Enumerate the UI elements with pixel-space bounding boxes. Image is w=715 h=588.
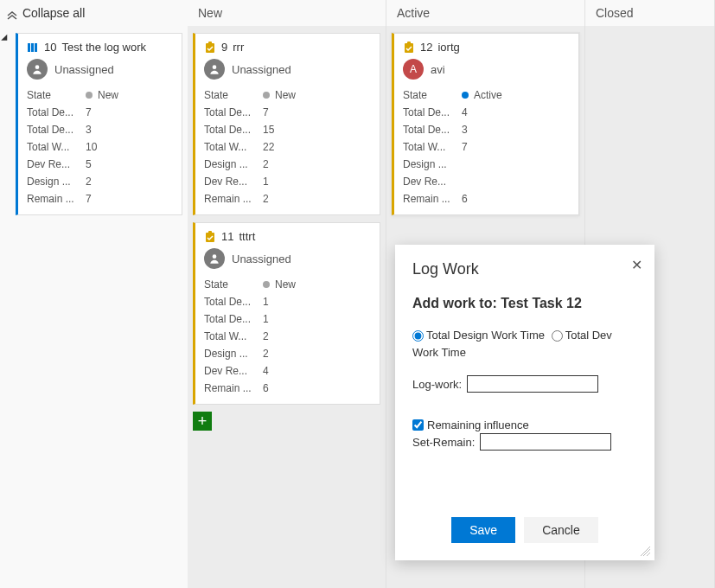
svg-rect-11 — [407, 42, 411, 44]
collapse-icon — [7, 1, 17, 27]
card-title: Test the log work — [61, 41, 146, 54]
avatar-icon — [27, 59, 48, 80]
setremain-label: Set-Remain: — [412, 436, 475, 449]
avatar-icon — [204, 59, 225, 80]
collapse-all[interactable]: Collapse all — [0, 0, 188, 26]
radio-design[interactable]: Total Design Work Time — [412, 329, 545, 342]
svg-point-3 — [35, 65, 40, 69]
add-card-button[interactable]: + — [193, 412, 212, 431]
svg-rect-5 — [208, 42, 212, 44]
collapse-all-label: Collapse all — [22, 6, 85, 20]
swimlane-toggle[interactable] — [1, 35, 10, 44]
svg-point-9 — [213, 254, 217, 259]
work-item-card[interactable]: 11 tttrt Unassigned StateNew Total De...… — [193, 222, 380, 405]
task-icon — [403, 42, 415, 54]
save-button[interactable]: Save — [451, 517, 515, 543]
backlog-column: Collapse all 10 Test the log work Unassi… — [0, 0, 188, 588]
column-new: New 9 rrr Unassigned StateNew Total De..… — [188, 0, 386, 588]
task-icon — [204, 42, 216, 54]
svg-point-6 — [213, 65, 217, 69]
svg-rect-2 — [35, 43, 37, 52]
dialog-subtitle: Add work to: Test Task 12 — [412, 296, 637, 311]
cancel-button[interactable]: Cancle — [524, 517, 598, 543]
assigned-to[interactable]: Unassigned — [204, 248, 371, 269]
work-item-card[interactable]: 10 Test the log work Unassigned StateNew… — [16, 33, 182, 215]
radio-design-input[interactable] — [412, 330, 424, 342]
avatar-icon — [204, 248, 225, 269]
log-work-dialog: ✕ Log Work Add work to: Test Task 12 Tot… — [395, 245, 654, 560]
state-dot — [86, 92, 93, 99]
svg-rect-7 — [206, 233, 214, 242]
assigned-to[interactable]: Unassigned — [204, 59, 371, 80]
radio-dev-input[interactable] — [552, 330, 563, 342]
assigned-to[interactable]: Unassigned — [27, 59, 173, 80]
column-header-closed: Closed — [585, 0, 715, 26]
column-header-new: New — [188, 0, 386, 26]
work-item-card[interactable]: 12 iortg A avi StateActive Total De...4 … — [392, 33, 579, 215]
avatar: A — [403, 59, 424, 80]
svg-rect-0 — [28, 43, 30, 52]
svg-rect-1 — [31, 43, 34, 52]
pbi-icon — [27, 42, 39, 54]
remaining-checkbox[interactable] — [412, 419, 424, 431]
assigned-to[interactable]: A avi — [403, 59, 570, 80]
setremain-input[interactable] — [480, 433, 611, 451]
work-item-card[interactable]: 9 rrr Unassigned StateNew Total De...7 T… — [193, 33, 380, 215]
remaining-label: Remaining influence — [427, 419, 529, 431]
card-id: 10 — [44, 41, 56, 54]
logwork-input[interactable] — [467, 375, 598, 393]
dialog-title: Log Work — [412, 260, 637, 278]
svg-rect-4 — [206, 43, 214, 53]
logwork-label: Log-work: — [412, 378, 462, 391]
resize-handle-icon[interactable] — [641, 546, 651, 557]
column-header-active: Active — [386, 0, 585, 26]
close-icon[interactable]: ✕ — [631, 257, 642, 273]
svg-rect-8 — [208, 231, 212, 233]
svg-rect-10 — [405, 43, 413, 53]
assigned-label: Unassigned — [54, 63, 114, 76]
task-icon — [204, 231, 216, 243]
